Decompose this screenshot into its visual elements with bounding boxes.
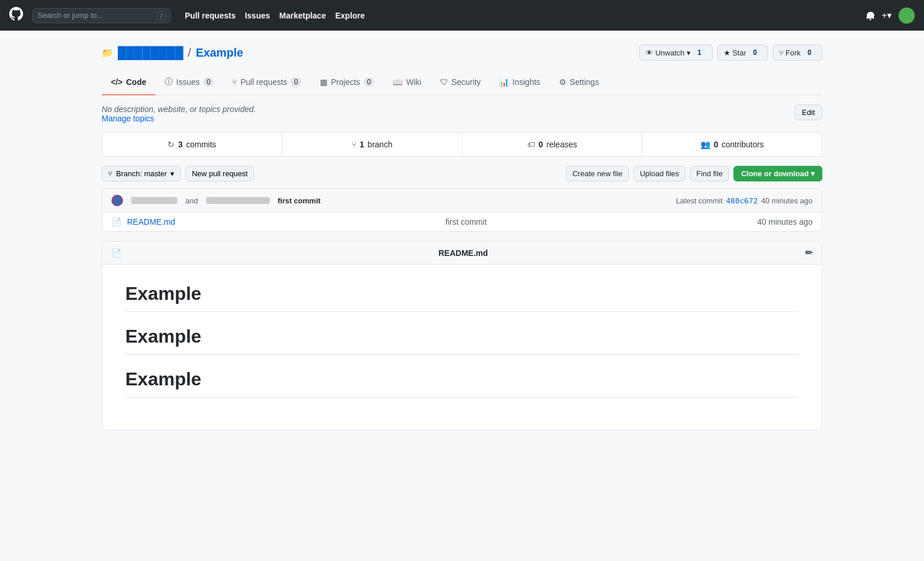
edit-description-button[interactable]: Edit [795,105,822,120]
github-logo[interactable] [9,7,23,24]
readme-heading-3: Example [125,369,799,397]
branch-icon-small: ⑂ [108,169,113,178]
tab-issues-label: Issues [176,77,199,87]
manage-topics-link[interactable]: Manage topics [102,114,154,123]
star-button[interactable]: ★ Star 0 [717,44,768,61]
commit-meta: Latest commit 480c672 40 minutes ago [676,196,813,205]
tab-projects[interactable]: ▦ Projects 0 [311,70,383,95]
branch-chevron: ▾ [170,169,174,178]
readme-heading-1: Example [125,283,799,312]
tab-settings[interactable]: ⚙ Settings [550,70,609,95]
stats-bar: ↻ 3 commits ⑂ 1 branch 🏷 0 releases 👥 0 … [102,132,822,157]
pull-requests-icon: ⑂ [232,77,237,87]
find-file-button[interactable]: Find file [690,166,729,181]
star-label: ★ Star [724,49,746,57]
releases-count: 0 [539,140,543,149]
releases-label: releases [546,140,577,149]
new-pull-request-button[interactable]: New pull request [185,166,254,181]
releases-stat[interactable]: 🏷 0 releases [463,133,643,156]
upload-files-button[interactable]: Upload files [634,166,685,181]
nav-explore[interactable]: Explore [335,11,364,20]
main-content: 📁 ████████ / Example 👁 Unwatch ▾ 1 ★ Sta… [92,31,832,444]
issues-badge: 0 [203,77,214,87]
unwatch-label: Unwatch ▾ [655,49,691,57]
unwatch-count: 1 [693,48,706,57]
eye-icon: 👁 [646,49,653,57]
readme-file-icon: 📄 [111,248,121,258]
create-new-button[interactable]: +▾ [882,10,892,21]
commits-stat[interactable]: ↻ 3 commits [102,133,282,156]
file-modified-time: 40 minutes ago [757,217,813,226]
table-row: 📄 README.md first commit 40 minutes ago [102,213,822,231]
contributors-label: contributors [721,140,763,149]
commits-label: commits [186,140,216,149]
repo-name-link[interactable]: Example [196,46,243,60]
tab-code[interactable]: </> Code [102,70,155,95]
create-new-file-button[interactable]: Create new file [566,166,629,181]
security-icon: 🛡 [440,77,448,87]
repo-icon: 📁 [102,47,113,58]
commit-author-avatar: 👤 [111,195,123,206]
notifications-button[interactable] [866,11,875,20]
user-avatar[interactable] [899,8,915,24]
tab-issues[interactable]: ⓘ Issues 0 [155,70,223,95]
branches-stat[interactable]: ⑂ 1 branch [282,133,463,156]
wiki-icon: 📖 [393,77,403,87]
pr-badge: 0 [290,77,301,87]
releases-icon: 🏷 [527,140,535,149]
tab-wiki[interactable]: 📖 Wiki [383,70,430,95]
repo-description: No description, website, or topics provi… [102,105,256,114]
tab-projects-label: Projects [331,77,360,87]
commit-message: first commit [278,196,321,205]
description-left: No description, website, or topics provi… [102,105,256,123]
readme-title: README.md [438,248,488,258]
readme-section: 📄 README.md ✏ Example Example Example [102,241,822,430]
insights-icon: 📊 [499,77,509,87]
search-box[interactable]: / [32,8,171,23]
nav-actions: +▾ [866,8,915,24]
repo-description-row: No description, website, or topics provi… [102,105,822,123]
tab-security[interactable]: 🛡 Security [431,70,490,95]
branch-label: Branch: master [116,169,167,178]
file-action-buttons-right: Create new file Upload files Find file C… [566,166,822,181]
contributors-stat[interactable]: 👥 0 contributors [642,133,822,156]
tab-pr-label: Pull requests [240,77,287,87]
tab-wiki-label: Wiki [406,77,421,87]
tab-insights[interactable]: 📊 Insights [490,70,549,95]
commit-and: and [185,196,198,205]
tab-security-label: Security [452,77,481,87]
branch-selector[interactable]: ⑂ Branch: master ▾ [102,166,181,181]
nav-issues[interactable]: Issues [245,11,270,20]
commits-icon: ↻ [167,140,174,149]
file-name-link[interactable]: README.md [127,217,175,226]
file-table: 👤 and first commit Latest commit 480c672… [102,188,822,232]
projects-icon: ▦ [320,77,327,87]
commit-coauthor-name [206,197,270,204]
fork-button[interactable]: ⑂ Fork 0 [773,44,822,61]
tab-insights-label: Insights [512,77,540,87]
commits-count: 3 [178,140,182,149]
file-actions-bar: ⑂ Branch: master ▾ New pull request Crea… [102,166,822,181]
nav-pull-requests[interactable]: Pull requests [185,11,236,20]
readme-heading-2: Example [125,326,799,355]
tab-settings-label: Settings [570,77,599,87]
projects-badge: 0 [364,77,375,87]
repo-title: 📁 ████████ / Example [102,46,243,60]
unwatch-button[interactable]: 👁 Unwatch ▾ 1 [639,44,713,61]
nav-marketplace[interactable]: Marketplace [280,11,326,20]
fork-label: ⑂ Fork [779,49,801,57]
commit-hash-link[interactable]: 480c672 [726,196,758,205]
commit-time: 40 minutes ago [761,196,813,205]
clone-label: Clone or download ▾ [741,169,815,178]
tab-pull-requests[interactable]: ⑂ Pull requests 0 [223,70,311,95]
nav-links: Pull requests Issues Marketplace Explore [185,11,365,20]
readme-edit-button[interactable]: ✏ [805,247,813,258]
commit-author-name [131,197,177,204]
search-input[interactable] [38,11,152,20]
repo-action-buttons: 👁 Unwatch ▾ 1 ★ Star 0 ⑂ Fork 0 [639,44,822,61]
branches-label: branch [368,140,393,149]
readme-content: Example Example Example [102,265,822,430]
repo-owner-link[interactable]: ████████ [118,46,183,60]
clone-or-download-button[interactable]: Clone or download ▾ [733,166,822,181]
latest-commit-row: 👤 and first commit Latest commit 480c672… [102,189,822,213]
